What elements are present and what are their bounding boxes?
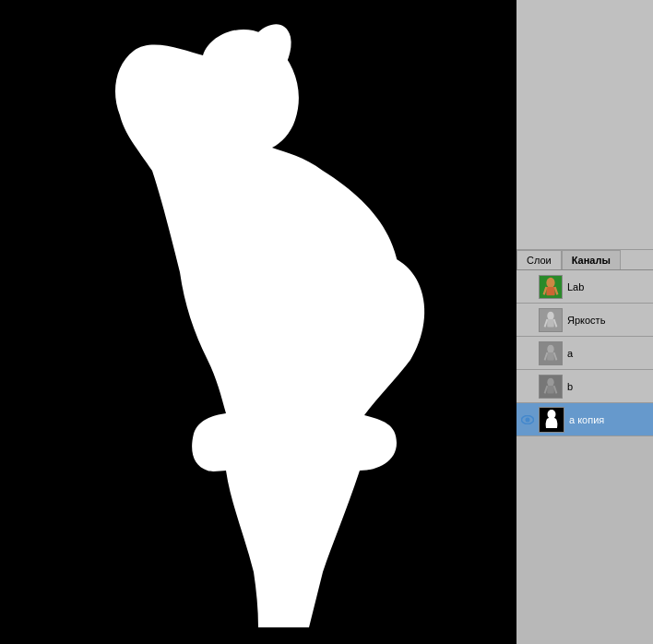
channel-thumb-b [539,375,563,399]
channel-row-a[interactable]: a [516,337,653,370]
tab-layers[interactable]: Слои [516,250,562,269]
svg-point-2 [546,277,554,287]
channel-thumb-a-copy [539,407,564,433]
channel-label-a-copy: а копия [569,414,604,425]
channel-row-lightness[interactable]: Яркость [516,304,653,337]
eye-placeholder-lightness [520,313,535,328]
silhouette-image [0,0,516,644]
svg-rect-18 [547,386,553,393]
channel-row-a-copy[interactable]: а копия [516,403,653,436]
tabs-row[interactable]: Слои Каналы [516,249,653,269]
svg-rect-8 [547,319,553,327]
canvas-area [0,0,516,644]
eye-placeholder-b [520,379,535,394]
svg-rect-3 [546,287,554,295]
right-panel: Слои Каналы Lab [516,0,653,644]
eye-placeholder-a [520,346,535,361]
channel-thumb-a [539,341,563,365]
svg-point-17 [547,377,553,386]
channel-label-b: b [567,381,573,392]
eye-placeholder-lab [520,280,535,294]
channel-label-lab: Lab [567,281,584,292]
panel-preview [516,0,653,249]
svg-point-7 [547,311,553,319]
channels-panel: Lab Яркость [516,269,653,644]
svg-point-22 [526,417,530,422]
channel-thumb-lab [539,275,563,299]
channel-label-lightness: Яркость [567,315,605,326]
channel-row-b[interactable]: b [516,370,653,403]
channel-thumb-lightness [539,308,563,332]
svg-point-24 [548,410,556,419]
tab-channels[interactable]: Каналы [562,250,621,269]
svg-point-12 [547,344,553,352]
channel-label-a: a [567,348,573,359]
channel-row-lab[interactable]: Lab [516,270,653,304]
svg-rect-13 [547,352,553,360]
eye-icon-a-copy [520,412,535,427]
